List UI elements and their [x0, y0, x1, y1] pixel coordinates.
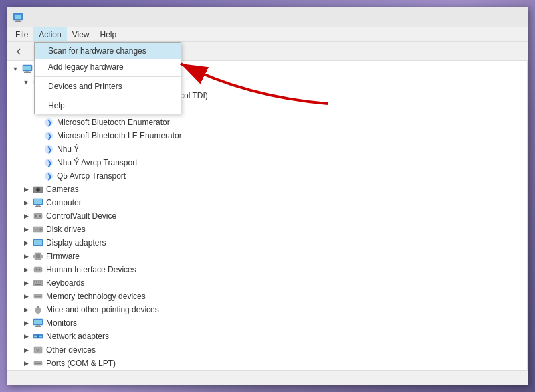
svg-rect-72 — [37, 335, 39, 338]
svg-rect-55 — [35, 284, 41, 285]
bt-nhuy-icon: ❯ — [43, 144, 54, 155]
devices-printers-item[interactable]: Devices and Printers — [35, 78, 181, 94]
network-label: Network adapters — [46, 332, 109, 341]
bt-ms-le[interactable]: ❯ Microsoft Bluetooth LE Enumerator — [7, 129, 527, 142]
bt-expander: ▼ — [21, 77, 31, 88]
svg-point-39 — [39, 228, 42, 231]
svg-text:?: ? — [36, 347, 39, 353]
back-button[interactable] — [11, 44, 27, 59]
firmware-group[interactable]: ▶ Firmware — [7, 250, 527, 263]
scan-hardware-item[interactable]: Scan for hardware changes — [35, 43, 181, 59]
cameras-label: Cameras — [46, 185, 79, 194]
bt-nhuy[interactable]: ❯ Nhu Ý — [7, 142, 527, 156]
hid-group[interactable]: ▶ Human Interface Devices — [7, 263, 527, 276]
add-legacy-item[interactable]: Add legacy hardware — [35, 59, 181, 75]
maximize-button[interactable] — [485, 11, 502, 24]
cameras-icon — [33, 184, 43, 195]
svg-rect-47 — [34, 267, 42, 272]
disk-drives-label: Disk drives — [46, 225, 86, 234]
svg-rect-44 — [36, 254, 40, 258]
action-dropdown: Scan for hardware changes Add legacy har… — [34, 42, 181, 114]
svg-rect-54 — [40, 282, 41, 283]
display-adapters-group[interactable]: ▶ Display adapters — [7, 236, 527, 250]
svg-text:❯: ❯ — [47, 119, 52, 127]
svg-point-78 — [39, 363, 41, 364]
svg-text:❯: ❯ — [47, 159, 52, 167]
svg-text:❯: ❯ — [47, 146, 52, 154]
hid-icon — [33, 264, 43, 275]
monitors-group[interactable]: ▶ Monitors — [7, 316, 527, 330]
svg-rect-3 — [15, 21, 21, 22]
bt-ms-enum[interactable]: ❯ Microsoft Bluetooth Enumerator — [7, 116, 527, 129]
ports-group[interactable]: ▶ Ports (COM & LPT) — [7, 357, 527, 370]
status-bar — [7, 370, 528, 385]
computer-group[interactable]: ▶ Computer — [7, 196, 527, 209]
svg-rect-11 — [24, 72, 31, 73]
svg-rect-34 — [35, 206, 41, 207]
bt-nhuy-avrcp-label: Nhu Ý Avrcp Transport — [57, 158, 138, 167]
device-manager-window: File Action View Help Scan for hardware … — [7, 7, 528, 385]
memory-label: Memory technology devices — [46, 292, 146, 301]
computer-icon — [22, 64, 33, 74]
svg-text:❯: ❯ — [47, 173, 52, 181]
svg-rect-46 — [41, 255, 43, 258]
bt-nhuy-avrcp[interactable]: ❯ Nhu Ý Avrcp Transport — [7, 156, 527, 169]
keyboards-group[interactable]: ▶ Keyboards — [7, 276, 527, 290]
separator-1 — [35, 76, 181, 77]
close-button[interactable] — [505, 11, 522, 24]
svg-rect-51 — [34, 282, 35, 283]
svg-rect-64 — [37, 306, 39, 308]
bt-nhuy-avrcp-icon: ❯ — [43, 157, 54, 168]
bt-q5[interactable]: ❯ Q5 Avrcp Transport — [7, 169, 527, 183]
svg-rect-60 — [39, 293, 39, 294]
controlvault-label: ControlVault Device — [46, 211, 116, 221]
other-devices-label: Other devices — [46, 345, 96, 355]
bt-ms-le-label: Microsoft Bluetooth LE Enumerator — [57, 131, 182, 140]
computer-group-icon — [33, 197, 43, 208]
svg-point-76 — [35, 363, 37, 364]
network-group[interactable]: ▶ Network adapters — [7, 330, 527, 343]
mice-icon — [33, 304, 43, 315]
svg-rect-68 — [35, 326, 41, 327]
minimize-button[interactable] — [465, 11, 482, 24]
menu-view[interactable]: View — [67, 27, 95, 41]
computer-group-label: Computer — [46, 198, 82, 207]
svg-rect-9 — [23, 66, 31, 70]
display-adapters-label: Display adapters — [46, 238, 106, 248]
cameras-group[interactable]: ▶ Cameras — [7, 183, 527, 196]
svg-point-48 — [36, 269, 38, 271]
menu-help[interactable]: Help — [95, 27, 122, 41]
mice-group[interactable]: ▶ Mice and other pointing devices — [7, 303, 527, 316]
root-expander: ▼ — [10, 64, 21, 74]
other-devices-group[interactable]: ▶ ? Other devices — [7, 343, 527, 357]
memory-group[interactable]: ▶ Memory technology devices — [7, 290, 527, 303]
svg-point-30 — [37, 189, 39, 191]
keyboards-icon — [33, 278, 43, 288]
keyboards-label: Keyboards — [46, 278, 84, 288]
svg-rect-42 — [34, 240, 42, 245]
menu-file[interactable]: File — [10, 27, 33, 41]
svg-rect-53 — [38, 282, 39, 283]
bt-ms-enum-icon: ❯ — [43, 117, 54, 128]
controlvault-icon — [33, 211, 43, 221]
ports-icon — [33, 358, 43, 369]
svg-rect-32 — [34, 199, 42, 204]
app-icon — [13, 12, 23, 23]
disk-drives-group[interactable]: ▶ Disk drives — [7, 223, 527, 236]
firmware-label: Firmware — [46, 252, 80, 261]
svg-rect-2 — [16, 20, 20, 21]
svg-rect-66 — [34, 320, 42, 324]
memory-icon — [33, 291, 43, 302]
svg-rect-58 — [35, 293, 35, 294]
controlvault-group[interactable]: ▶ ControlVault Device — [7, 209, 527, 223]
bt-ms-le-icon: ❯ — [43, 130, 54, 141]
network-icon — [33, 331, 43, 342]
bt-q5-label: Q5 Avrcp Transport — [57, 171, 126, 181]
help-item[interactable]: Help — [35, 98, 181, 114]
menu-action[interactable]: Action — [33, 27, 66, 41]
monitors-label: Monitors — [46, 318, 77, 328]
svg-rect-59 — [37, 293, 37, 294]
svg-point-37 — [37, 215, 39, 217]
svg-rect-67 — [36, 325, 40, 326]
window-controls — [465, 11, 522, 24]
